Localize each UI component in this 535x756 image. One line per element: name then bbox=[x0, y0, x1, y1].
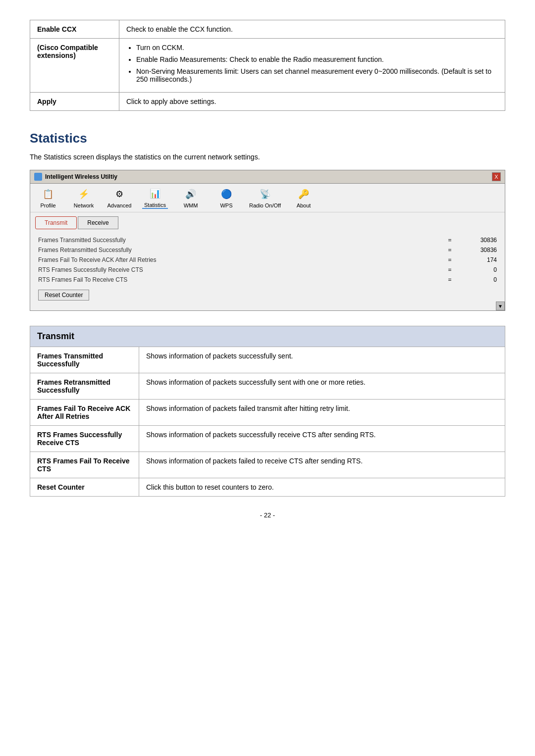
window-title-text: Intelligent Wireless Utiltiy bbox=[45, 173, 117, 180]
toolbar-item-wmm[interactable]: 🔊WMM bbox=[178, 187, 204, 208]
tabs: TransmitReceive bbox=[30, 212, 505, 229]
transmit-description: Click this button to reset counters to z… bbox=[139, 478, 505, 497]
transmit-label: Reset Counter bbox=[30, 478, 139, 497]
bullet-item: Enable Radio Measurements: Check to enab… bbox=[136, 55, 498, 63]
toolbar-item-advanced[interactable]: ⚙Advanced bbox=[107, 187, 132, 208]
top-table-content: Click to apply above settings. bbox=[119, 93, 505, 111]
top-table-label: (Cisco Compatible extensions) bbox=[30, 39, 119, 93]
stats-value: 30836 bbox=[457, 237, 497, 244]
advanced-icon: ⚙ bbox=[112, 187, 126, 201]
toolbar-item-network[interactable]: ⚡Network bbox=[71, 187, 97, 208]
stats-row: Frames Fail To Receive ACK After All Ret… bbox=[38, 255, 497, 265]
toolbar-label-about: About bbox=[297, 202, 311, 208]
stats-content: Frames Transmitted Successfully=30836Fra… bbox=[30, 229, 505, 310]
stats-eq: = bbox=[442, 276, 457, 283]
profile-icon: 📋 bbox=[41, 187, 55, 201]
stats-label: Frames Transmitted Successfully bbox=[38, 237, 442, 244]
network-icon: ⚡ bbox=[77, 187, 91, 201]
toolbar-label-radioonoff: Radio On/Off bbox=[249, 202, 281, 208]
reset-counter-button[interactable]: Reset Counter bbox=[38, 290, 89, 301]
toolbar-label-statistics: Statistics bbox=[144, 202, 166, 208]
scroll-down-arrow[interactable]: ▼ bbox=[496, 302, 505, 310]
toolbar-label-network: Network bbox=[74, 202, 94, 208]
toolbar-item-radioonoff[interactable]: 📡Radio On/Off bbox=[249, 187, 281, 208]
toolbar: 📋Profile⚡Network⚙Advanced📊Statistics🔊WMM… bbox=[30, 184, 505, 212]
stats-value: 0 bbox=[457, 266, 497, 273]
stats-value: 0 bbox=[457, 276, 497, 283]
ccx-table: Enable CCXCheck to enable the CCX functi… bbox=[30, 20, 505, 111]
statistics-title: Statistics bbox=[30, 131, 505, 146]
stats-eq: = bbox=[442, 237, 457, 244]
page-number: - 22 - bbox=[30, 511, 505, 519]
toolbar-item-wps[interactable]: 🔵WPS bbox=[214, 187, 239, 208]
wps-icon: 🔵 bbox=[219, 187, 233, 201]
statistics-icon: 📊 bbox=[148, 187, 162, 201]
transmit-label: RTS Frames Fail To Receive CTS bbox=[30, 452, 139, 478]
top-table-label: Enable CCX bbox=[30, 20, 119, 39]
top-table-content: Check to enable the CCX function. bbox=[119, 20, 505, 39]
transmit-description: Shows information of packets successfull… bbox=[139, 373, 505, 400]
window-icon bbox=[34, 173, 42, 181]
transmit-description: Shows information of packets failed tran… bbox=[139, 400, 505, 426]
toolbar-label-advanced: Advanced bbox=[107, 202, 132, 208]
transmit-label: Frames Fail To Receive ACK After All Ret… bbox=[30, 400, 139, 426]
toolbar-label-profile: Profile bbox=[40, 202, 55, 208]
toolbar-item-statistics[interactable]: 📊Statistics bbox=[142, 187, 168, 209]
stats-row: Frames Transmitted Successfully=30836 bbox=[38, 235, 497, 245]
stats-label: Frames Fail To Receive ACK After All Ret… bbox=[38, 256, 442, 263]
statistics-description: The Statistics screen displays the stati… bbox=[30, 153, 505, 161]
toolbar-label-wps: WPS bbox=[220, 202, 232, 208]
tab-transmit[interactable]: Transmit bbox=[35, 216, 77, 229]
transmit-table-header: Transmit bbox=[30, 326, 505, 347]
toolbar-item-about[interactable]: 🔑About bbox=[291, 187, 317, 208]
stats-label: RTS Frames Fail To Receive CTS bbox=[38, 276, 442, 283]
transmit-label: Frames Retransmitted Successfully bbox=[30, 373, 139, 400]
transmit-description: Shows information of packets successfull… bbox=[139, 426, 505, 452]
window-title: Intelligent Wireless Utiltiy bbox=[34, 173, 117, 181]
stats-eq: = bbox=[442, 266, 457, 273]
stats-row: RTS Frames Successfully Receive CTS=0 bbox=[38, 265, 497, 275]
window-close-button[interactable]: X bbox=[492, 172, 501, 181]
bullet-item: Non-Serving Measurements limit: Users ca… bbox=[136, 67, 498, 83]
stats-row: RTS Frames Fail To Receive CTS=0 bbox=[38, 275, 497, 285]
stats-label: RTS Frames Successfully Receive CTS bbox=[38, 266, 442, 273]
about-icon: 🔑 bbox=[297, 187, 311, 201]
tab-receive[interactable]: Receive bbox=[78, 216, 118, 229]
toolbar-label-wmm: WMM bbox=[184, 202, 198, 208]
transmit-label: RTS Frames Successfully Receive CTS bbox=[30, 426, 139, 452]
stats-value: 30836 bbox=[457, 247, 497, 253]
wmm-icon: 🔊 bbox=[184, 187, 198, 201]
window-titlebar: Intelligent Wireless Utiltiy X bbox=[30, 170, 505, 184]
wireless-utility-window: Intelligent Wireless Utiltiy X 📋Profile⚡… bbox=[30, 170, 505, 311]
bullet-item: Turn on CCKM. bbox=[136, 44, 498, 51]
stats-value: 174 bbox=[457, 256, 497, 263]
stats-eq: = bbox=[442, 247, 457, 253]
stats-row: Frames Retransmitted Successfully=30836 bbox=[38, 245, 497, 255]
radioonoff-icon: 📡 bbox=[258, 187, 272, 201]
top-table-label: Apply bbox=[30, 93, 119, 111]
top-table-content: Turn on CCKM.Enable Radio Measurements: … bbox=[119, 39, 505, 93]
transmit-label: Frames Transmitted Successfully bbox=[30, 347, 139, 373]
stats-label: Frames Retransmitted Successfully bbox=[38, 247, 442, 253]
transmit-description: Shows information of packets failed to r… bbox=[139, 452, 505, 478]
transmit-table: Transmit Frames Transmitted Successfully… bbox=[30, 326, 505, 497]
transmit-description: Shows information of packets successfull… bbox=[139, 347, 505, 373]
toolbar-item-profile[interactable]: 📋Profile bbox=[35, 187, 61, 208]
stats-eq: = bbox=[442, 256, 457, 263]
